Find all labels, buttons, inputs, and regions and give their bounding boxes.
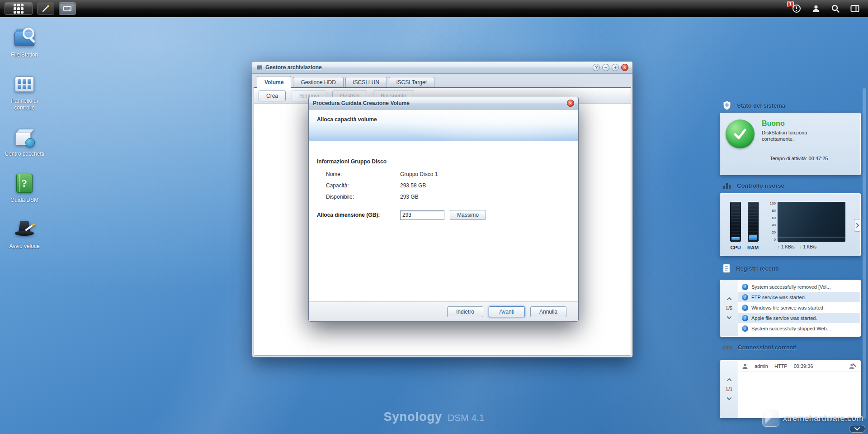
cancel-button[interactable]: Annulla <box>530 306 566 317</box>
info-icon: i <box>742 284 748 290</box>
user-menu-button[interactable] <box>810 3 822 14</box>
window-help-button[interactable]: ? <box>593 64 600 71</box>
log-row[interactable]: i System successfully removed [Vol... <box>738 281 860 292</box>
kick-connection-button[interactable] <box>848 362 857 370</box>
connections-page-down-button[interactable] <box>726 396 733 401</box>
connections-pager: 1/1 <box>720 361 738 418</box>
tab-iscsi-target[interactable]: iSCSI Target <box>389 77 434 87</box>
storage-manager-titlebar[interactable]: Gestore archiviazione ? − + × <box>252 62 632 74</box>
connection-time: 00:39:36 <box>794 363 813 369</box>
log-row[interactable]: i System successfully stopped Web... <box>738 323 860 334</box>
logs-pager: 1/5 <box>720 280 738 336</box>
ram-label: RAM <box>747 245 759 250</box>
widget-panel-rail[interactable] <box>863 88 866 419</box>
link-icon <box>722 344 732 351</box>
file-station-icon <box>13 27 36 49</box>
widget-panel-collapse-button[interactable] <box>849 425 865 433</box>
cpu-gauge-column: CPU <box>730 202 741 250</box>
taskbar-app-quick-start[interactable] <box>37 2 54 15</box>
cpu-label: CPU <box>730 245 741 250</box>
ram-gauge-column: RAM <box>747 202 759 250</box>
field-value: 293.58 GB <box>400 182 426 189</box>
download-rate: 1 KB/s <box>803 244 816 249</box>
search-icon <box>831 4 840 13</box>
allocate-size-row: Alloca dimensione (GB): Massimo <box>317 210 486 220</box>
volume-creation-wizard-dialog: Procedura Guidata Creazione Volume × All… <box>308 97 579 322</box>
main-menu-button[interactable] <box>5 2 33 15</box>
dsm-help-icon: ? <box>13 172 36 194</box>
desktop-icon-package-center[interactable]: Centro pacchetti <box>2 126 47 157</box>
info-row-capacity: Capacità: 293.58 GB <box>326 180 569 191</box>
resource-next-page-button[interactable] <box>854 219 860 232</box>
logs-page-down-button[interactable] <box>726 315 733 320</box>
search-button[interactable] <box>830 3 841 14</box>
info-icon: i <box>742 315 748 321</box>
taskbar-right: 1 <box>791 3 868 14</box>
desktop-icon-file-station[interactable]: File Station <box>2 27 47 58</box>
log-row[interactable]: i Apple file service was started. <box>738 313 860 323</box>
wizard-titlebar[interactable]: Procedura Guidata Creazione Volume × <box>309 97 578 110</box>
log-row[interactable]: i FTP service was started. <box>738 292 860 302</box>
connections-list: admin HTTP 00:39:36 <box>738 361 860 418</box>
desktop-icon-quick-start[interactable]: Avvio veloce <box>2 219 47 250</box>
bar-chart-icon <box>722 181 731 190</box>
pilot-view-button[interactable] <box>849 3 861 14</box>
window-maximize-button[interactable]: + <box>612 64 619 71</box>
logs-page-indicator: 1/5 <box>726 305 732 311</box>
log-list: i System successfully removed [Vol... i … <box>738 280 860 336</box>
storage-tabs: Volume Gestione HDD iSCSI LUN iSCSI Targ… <box>252 74 632 87</box>
status-description: DiskStation funziona correttamente. <box>762 129 821 143</box>
connections-page-up-button[interactable] <box>726 377 733 382</box>
section-title: Controllo risorse <box>737 182 784 189</box>
current-connections-panel: 1/1 admin HTTP 00:39:36 <box>720 360 861 418</box>
axis-tick: 20 <box>768 231 776 234</box>
connection-user-icon <box>742 363 748 369</box>
desktop-icon-dsm-help[interactable]: ? Guida DSM <box>2 172 47 204</box>
quick-start-icon <box>13 219 36 240</box>
status-value: Buono <box>762 119 821 128</box>
desktop-icon-control-panel[interactable]: Pannello di controllo <box>2 73 47 111</box>
tab-iscsi-lun[interactable]: iSCSI LUN <box>345 77 387 87</box>
section-title: Connessioni correnti <box>738 344 797 351</box>
chevron-down-icon <box>726 397 732 401</box>
logs-page-up-button[interactable] <box>726 296 733 301</box>
tab-gestione-hdd[interactable]: Gestione HDD <box>293 77 343 87</box>
chart-y-axis: 100 80 60 40 20 0 <box>768 202 776 242</box>
connection-protocol: HTTP <box>774 363 788 369</box>
field-value: 293 GB <box>400 194 419 200</box>
check-icon <box>732 127 748 141</box>
upload-arrow-icon: ↑ <box>778 244 780 249</box>
system-status-header: Stato del sistema <box>722 100 858 110</box>
notification-badge: 1 <box>787 1 794 7</box>
notifications-button[interactable]: 1 <box>791 3 802 14</box>
axis-tick: 0 <box>768 238 776 242</box>
control-panel-icon <box>13 73 36 95</box>
desktop-icon-label: Avvio veloce <box>9 243 39 250</box>
log-row[interactable]: i Windows file service was started. <box>738 302 860 313</box>
next-button[interactable]: Avanti <box>489 306 525 317</box>
window-drive-icon <box>256 65 263 70</box>
window-close-button[interactable]: × <box>621 64 628 71</box>
current-connections-header: Connessioni correnti <box>722 344 858 351</box>
volume-list-left-column <box>254 104 310 355</box>
ram-gauge <box>748 202 759 242</box>
maximum-button[interactable]: Massimo <box>450 210 486 220</box>
wizard-close-button[interactable]: × <box>567 100 574 107</box>
field-value: Gruppo Disco 1 <box>400 171 438 177</box>
wizard-step-title: Alloca capacità volume <box>317 116 578 123</box>
shield-icon <box>722 100 731 110</box>
network-rates: ↑ 1 KB/s ↓ 1 KB/s <box>778 244 845 249</box>
connection-row[interactable]: admin HTTP 00:39:36 <box>738 361 860 372</box>
create-button[interactable]: Crea <box>259 91 286 101</box>
dsm-version-text: DSM 4.1 <box>448 412 485 423</box>
dsm-desktop: 1 <box>0 0 868 434</box>
taskbar-app-storage-manager[interactable] <box>59 2 76 15</box>
window-minimize-button[interactable]: − <box>602 64 609 71</box>
back-button[interactable]: Indietro <box>447 306 483 317</box>
allocate-size-input[interactable] <box>400 210 444 220</box>
resource-monitor-content: CPU RAM 100 80 60 40 20 0 ↑ 1 KB/s ↓ <box>730 202 860 250</box>
chevron-up-icon <box>726 378 732 382</box>
desktop-icon-column: File Station Pannello di controllo Centr… <box>2 27 47 250</box>
tab-volume[interactable]: Volume <box>257 76 291 88</box>
taskbar-left <box>0 2 76 15</box>
